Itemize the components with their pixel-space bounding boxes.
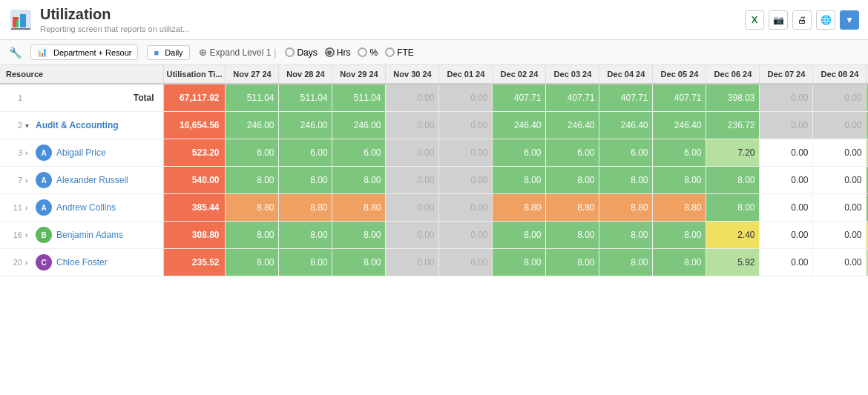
page-subtitle: Reporting screen that reports on utiliza… — [40, 24, 189, 33]
date-cell-0-10: 0.00 — [760, 84, 813, 112]
util-value: 67,117.92 — [163, 84, 226, 112]
radio-percent[interactable]: % — [358, 47, 378, 58]
date-cell-4-6: 8.80 — [546, 194, 599, 222]
date-cell-1-3: 0.00 — [386, 112, 439, 139]
app-icon — [9, 8, 33, 32]
radio-hrs-circle — [325, 47, 335, 57]
row-number: 7 — [3, 176, 25, 185]
date-cell-3-7: 8.00 — [599, 167, 653, 194]
date-cell-4-11: 0.00 — [813, 194, 867, 222]
date-cell-5-7: 8.00 — [599, 222, 653, 249]
date-cell-1-7: 246.40 — [599, 112, 653, 139]
date-cell-6-9: 5.92 — [706, 249, 760, 276]
page-title: Utilization — [40, 6, 189, 23]
expand-icon[interactable]: › — [25, 176, 33, 185]
resource-cell-1: 2▾Audit & Accounting — [0, 112, 163, 139]
col-nov27: Nov 27 24 — [226, 65, 279, 84]
row-number: 3 — [3, 148, 25, 157]
date-cell-4-3: 0.00 — [386, 194, 439, 222]
date-cell-3-8: 8.00 — [653, 167, 706, 194]
print-button[interactable]: 🖨 — [792, 10, 812, 30]
date-cell-1-6: 246.40 — [546, 112, 599, 139]
date-cell-1-0: 246.00 — [226, 112, 279, 139]
date-cell-6-7: 8.00 — [599, 249, 653, 276]
avatar: A — [36, 172, 52, 188]
util-value: 385.44 — [163, 194, 226, 222]
settings-button[interactable]: 🔧 — [9, 47, 22, 59]
excel-button[interactable]: X — [745, 10, 764, 30]
expand-icon[interactable]: › — [25, 149, 33, 157]
date-cell-3-2: 8.00 — [332, 167, 386, 194]
avatar: A — [36, 199, 52, 216]
expand-icon[interactable]: › — [25, 204, 33, 212]
date-cell-0-11: 0.00 — [813, 84, 867, 112]
date-cell-5-11: 0.00 — [813, 222, 867, 249]
radio-days-label: Days — [297, 47, 317, 58]
expand-icon[interactable]: ▾ — [25, 122, 33, 130]
date-cell-3-11: 0.00 — [813, 167, 867, 194]
date-cell-0-1: 511.04 — [279, 84, 332, 112]
date-cell-2-0: 6.00 — [226, 139, 279, 167]
col-dec06: Dec 06 24 — [706, 65, 760, 84]
resource-name[interactable]: Chloe Foster — [56, 257, 108, 268]
date-cell-2-9: 7.20 — [706, 139, 760, 167]
col-resource: Resource — [0, 65, 163, 84]
radio-hrs[interactable]: Hrs — [325, 47, 351, 58]
department-resource-selector[interactable]: 📊 Department + Resour — [30, 44, 138, 60]
date-cell-0-6: 407.71 — [546, 84, 599, 112]
daily-selector[interactable]: ■ Daily — [147, 45, 189, 60]
globe-icon: 🌐 — [821, 15, 832, 25]
date-cell-2-8: 6.00 — [653, 139, 706, 167]
radio-days[interactable]: Days — [285, 47, 317, 58]
expand-icon[interactable]: › — [25, 231, 33, 239]
resource-name[interactable]: Benjamin Adams — [56, 230, 123, 240]
resource-name[interactable]: Alexander Russell — [56, 175, 128, 185]
table-row: 3›AAbigail Price523.206.006.006.000.000.… — [0, 139, 868, 167]
resource-name[interactable]: Abigail Price — [56, 147, 106, 158]
radio-fte-circle — [385, 47, 395, 57]
avatar: B — [36, 227, 52, 243]
filter-button[interactable]: ▼ — [840, 10, 859, 30]
date-cell-2-4: 0.00 — [439, 139, 493, 167]
date-cell-0-5: 407.71 — [493, 84, 546, 112]
date-cell-6-5: 8.00 — [493, 249, 546, 276]
col-util: Utilisation Ti... — [163, 65, 226, 84]
globe-button[interactable]: 🌐 — [816, 10, 835, 30]
date-cell-4-0: 8.80 — [226, 194, 279, 222]
expand-icon[interactable]: › — [25, 259, 33, 267]
date-cell-6-0: 8.00 — [226, 249, 279, 276]
row-number: 16 — [3, 230, 25, 239]
resource-name[interactable]: Audit & Accounting — [36, 120, 119, 130]
col-dec01: Dec 01 24 — [439, 65, 493, 84]
date-cell-3-1: 8.00 — [279, 167, 332, 194]
date-cell-4-4: 0.00 — [439, 194, 493, 222]
date-cell-6-2: 8.00 — [332, 249, 386, 276]
date-cell-5-0: 8.00 — [226, 222, 279, 249]
resource-name[interactable]: Andrew Collins — [56, 202, 116, 213]
calendar-icon: ■ — [154, 48, 159, 57]
util-value: 540.00 — [163, 167, 226, 194]
camera-icon: 📷 — [773, 15, 784, 25]
radio-fte[interactable]: FTE — [385, 47, 414, 58]
resource-cell-2: 3›AAbigail Price — [0, 139, 163, 167]
col-nov30: Nov 30 24 — [386, 65, 439, 84]
expand-icon: ⊕ — [199, 47, 207, 58]
date-cell-4-7: 8.80 — [599, 194, 653, 222]
date-cell-4-10: 0.00 — [760, 194, 813, 222]
wrench-icon: 🔧 — [9, 47, 22, 59]
date-cell-2-11: 0.00 — [813, 139, 867, 167]
avatar: C — [36, 254, 52, 270]
date-cell-5-8: 8.00 — [653, 222, 706, 249]
resource-cell-5: 16›BBenjamin Adams — [0, 222, 163, 249]
excel-icon: X — [752, 14, 758, 25]
date-cell-4-9: 8.00 — [706, 194, 760, 222]
date-cell-3-5: 8.00 — [493, 167, 546, 194]
date-cell-6-8: 8.00 — [653, 249, 706, 276]
expand-level-button[interactable]: ⊕ Expand Level 1 | — [199, 47, 277, 58]
col-dec08: Dec 08 24 — [813, 65, 867, 84]
date-cell-6-4: 0.00 — [439, 249, 493, 276]
screenshot-button[interactable]: 📷 — [769, 10, 788, 30]
date-cell-1-4: 0.00 — [439, 112, 493, 139]
utilization-table: Resource Utilisation Ti... Nov 27 24 Nov… — [0, 65, 868, 276]
date-cell-5-9: 2.40 — [706, 222, 760, 249]
